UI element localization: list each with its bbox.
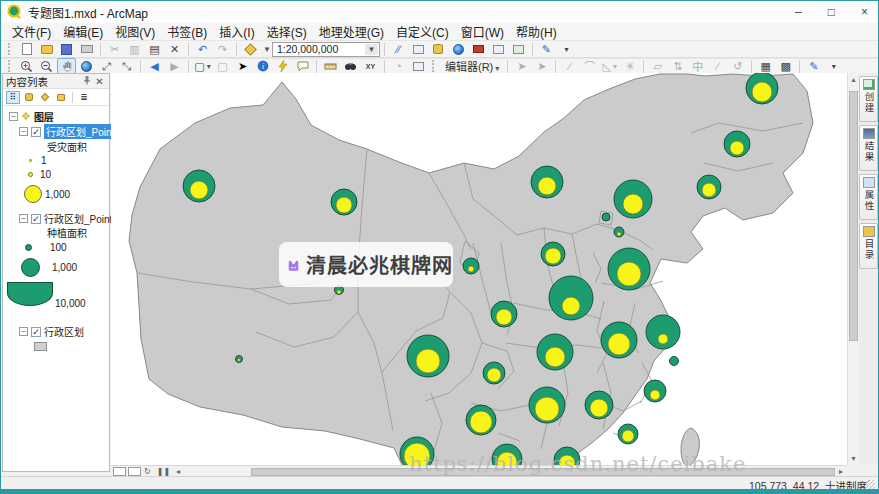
catalog-window-icon[interactable] [429, 41, 448, 57]
menu-item-9[interactable]: 帮助(H) [510, 22, 563, 41]
full-extent-button[interactable] [77, 58, 96, 74]
search-window-icon[interactable] [449, 41, 468, 57]
clear-selection-button[interactable]: ▢ [213, 58, 232, 74]
pencil-icon[interactable]: ✎ [537, 41, 556, 57]
undo-button[interactable]: ↶ [193, 41, 212, 57]
fixed-zoom-out-button[interactable]: ⤡ [117, 58, 136, 74]
table-of-contents-toggle-icon[interactable] [409, 41, 428, 57]
construction-tools-dropdown-icon[interactable]: ◺▾ [600, 58, 619, 74]
go-to-xy-tool[interactable]: XY [361, 58, 380, 74]
collapse-icon[interactable]: − [19, 127, 28, 136]
layer1-label[interactable]: 行政区划_Point [44, 124, 116, 139]
menu-item-1[interactable]: 编辑(E) [57, 22, 109, 41]
refresh-view-icon[interactable]: ↻ [144, 467, 151, 476]
arctoolbox-icon[interactable] [469, 41, 488, 57]
pause-drawing-icon[interactable]: ❚❚ [157, 467, 170, 476]
zoom-out-tool[interactable] [37, 58, 56, 74]
edit-sketch-pencil-icon[interactable]: ✎ [804, 58, 823, 74]
python-window-icon[interactable] [489, 41, 508, 57]
layer2-label[interactable]: 行政区划_Point [44, 211, 112, 226]
layer1-checkbox[interactable]: ✓ [31, 127, 41, 137]
menu-item-0[interactable]: 文件(F) [6, 22, 57, 41]
horizontal-scrollbar-thumb[interactable] [251, 468, 835, 476]
scroll-up-arrow[interactable]: ▴ [848, 75, 859, 84]
add-data-dropdown[interactable]: ▼ [263, 45, 271, 54]
dock-tab-1[interactable]: 结果 [859, 125, 878, 171]
toolbar-grip[interactable] [432, 60, 437, 72]
list-by-visibility-icon[interactable] [38, 91, 52, 104]
attributes-window-icon[interactable]: ▦ [756, 58, 775, 74]
menu-item-4[interactable]: 插入(I) [213, 22, 260, 41]
map-scale-combobox[interactable]: 1:20,000,000 ▼ [272, 42, 380, 57]
scale-dropdown-arrow[interactable]: ▼ [365, 44, 378, 55]
editor-menu-button[interactable]: 编辑器(R)▾ [441, 58, 503, 74]
minimize-button[interactable]: – [795, 5, 802, 19]
new-document-button[interactable] [17, 41, 36, 57]
layer2-checkbox[interactable]: ✓ [31, 214, 41, 224]
resize-grip[interactable] [866, 480, 875, 489]
map-canvas[interactable] [111, 73, 847, 465]
layers-group-label[interactable]: 图层 [34, 109, 54, 124]
trace-tool-icon[interactable]: ✳ [620, 58, 639, 74]
redo-button[interactable]: ↷ [213, 41, 232, 57]
endpoint-arc-tool-icon[interactable]: ⌒ [580, 58, 599, 74]
print-button[interactable] [77, 41, 96, 57]
collapse-icon[interactable]: − [19, 327, 28, 336]
scroll-right-arrow[interactable]: ▸ [839, 467, 843, 476]
vertical-scrollbar-thumb[interactable] [849, 91, 858, 341]
html-popup-tool[interactable] [293, 58, 312, 74]
rotate-tool-icon[interactable]: 中 [688, 58, 707, 74]
collapse-icon[interactable]: − [9, 112, 18, 121]
dock-tab-3[interactable]: 目录 [859, 223, 878, 269]
cut-icon[interactable]: ✂ [105, 41, 124, 57]
menu-item-7[interactable]: 自定义(C) [390, 22, 455, 41]
menu-item-6[interactable]: 地理处理(G) [313, 22, 390, 41]
fixed-zoom-in-button[interactable]: ⤢ [97, 58, 116, 74]
go-back-extent-button[interactable]: ◀ [145, 58, 164, 74]
add-data-button[interactable] [241, 41, 260, 57]
layer3-checkbox[interactable]: ✓ [31, 327, 41, 337]
straight-segment-tool-icon[interactable]: ∕ [560, 58, 579, 74]
edit-annotation-tool-icon[interactable]: ➤ [532, 58, 551, 74]
dock-tab-2[interactable]: 属性 [859, 174, 878, 220]
toc-options-icon[interactable]: ≣ [77, 91, 91, 104]
reshape-feature-tool-icon[interactable]: ∕ [708, 58, 727, 74]
paste-icon[interactable]: ▤ [145, 41, 164, 57]
dock-tab-0[interactable]: 创建 [859, 76, 878, 122]
list-by-source-icon[interactable] [22, 91, 36, 104]
list-by-drawing-order-icon[interactable]: ⠿ [6, 91, 20, 104]
save-button[interactable] [57, 41, 76, 57]
vertical-scrollbar[interactable]: ▴ ▾ [847, 73, 859, 465]
copy-icon[interactable]: ▥ [125, 41, 144, 57]
select-elements-tool[interactable]: ➤ [233, 58, 252, 74]
menu-item-8[interactable]: 窗口(W) [455, 22, 510, 41]
split-tool-icon[interactable]: ⇅ [668, 58, 687, 74]
pan-tool[interactable] [57, 58, 76, 74]
toolbar-overflow-icon[interactable]: ▾ [824, 58, 843, 74]
find-tool[interactable] [341, 58, 360, 74]
cut-polygons-tool-icon[interactable]: ▱ [648, 58, 667, 74]
hyperlink-tool[interactable] [273, 58, 292, 74]
undo-rotate-icon[interactable]: ↺ [728, 58, 747, 74]
pin-icon[interactable] [80, 75, 93, 87]
list-by-selection-icon[interactable] [54, 91, 68, 104]
modelbuilder-icon[interactable] [509, 41, 528, 57]
create-viewer-window-icon[interactable] [409, 58, 428, 74]
toolbar-grip[interactable] [8, 60, 13, 72]
menu-item-2[interactable]: 视图(V) [109, 22, 161, 41]
layer3-label[interactable]: 行政区划 [44, 324, 84, 339]
toolbar-grip[interactable] [8, 43, 13, 55]
open-document-button[interactable] [37, 41, 56, 57]
delete-icon[interactable]: ✕ [165, 41, 184, 57]
select-features-tool[interactable]: ▢▾ [193, 58, 212, 74]
identify-tool[interactable]: i [253, 58, 272, 74]
measure-tool[interactable] [321, 58, 340, 74]
scroll-left-arrow[interactable]: ◂ [176, 467, 180, 476]
scroll-down-arrow[interactable]: ▾ [848, 454, 859, 463]
editor-toolbar-toggle-icon[interactable]: ∕∕ [389, 41, 408, 57]
data-view-button[interactable] [113, 467, 126, 476]
zoom-in-tool[interactable] [17, 58, 36, 74]
close-button[interactable]: × [861, 5, 868, 19]
menu-item-3[interactable]: 书签(B) [161, 22, 213, 41]
layout-view-button[interactable] [128, 467, 141, 476]
